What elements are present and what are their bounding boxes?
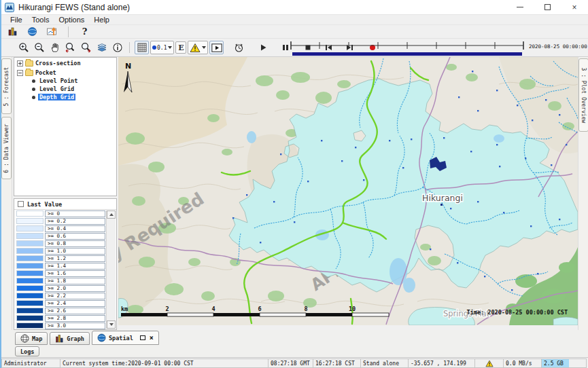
expand-icon[interactable]	[17, 60, 23, 67]
map-display-button[interactable]	[25, 25, 39, 39]
last-value-checkbox[interactable]	[18, 201, 24, 207]
bullet-icon	[32, 79, 35, 83]
legend-color-swatch	[16, 308, 44, 314]
legend-row-label: >= 1.2	[45, 255, 105, 262]
close-icon: ×	[572, 3, 576, 12]
play-button[interactable]	[256, 41, 270, 54]
zoom-previous-button[interactable]	[63, 41, 77, 54]
legend-scrollbar[interactable]	[106, 210, 116, 329]
map-canvas[interactable]: API Key Required	[118, 57, 578, 325]
document-tab-bar: Map Graph Spatial ×	[1, 330, 588, 345]
tab-map[interactable]: Map	[15, 332, 48, 345]
chevron-down-icon	[202, 46, 206, 49]
legend-color-swatch	[16, 218, 44, 224]
minimize-button[interactable]	[506, 0, 534, 14]
grid-display-button[interactable]	[135, 41, 149, 54]
legend-row-label: >= 2.0	[45, 285, 105, 292]
movie-export-button[interactable]	[209, 41, 224, 54]
tree-leaf[interactable]: Level Grid	[14, 85, 116, 93]
legend-color-swatch	[16, 293, 44, 299]
status-coordinates: -35.657 , 174.199	[408, 358, 474, 368]
maximize-button[interactable]	[534, 0, 561, 14]
tree-leaf[interactable]: Level Point	[14, 77, 116, 85]
tree-node-pocket[interactable]: Pocket	[14, 69, 116, 77]
main-area: 5 : Forecast 6 : Data Viewer 3 : Plot Ov…	[1, 57, 588, 330]
status-gmt-time: 08:27:18 GMT	[268, 358, 313, 368]
svg-text:2: 2	[165, 306, 169, 312]
legend-row: >= 1.6	[16, 270, 105, 277]
zoom-in-button[interactable]	[16, 41, 31, 54]
bullet-icon	[32, 88, 35, 91]
pan-button[interactable]	[48, 41, 62, 54]
arrow-up-icon	[109, 213, 114, 216]
tab-data-viewer[interactable]: 6 : Data Viewer	[1, 117, 12, 179]
legend-row: >= 2.6	[16, 308, 105, 314]
legend-color-swatch	[16, 315, 44, 321]
status-warning[interactable]	[474, 358, 503, 368]
menu-options[interactable]: Options	[54, 16, 89, 24]
arrow-down-icon	[109, 323, 114, 326]
warning-icon	[190, 43, 201, 53]
contour-value-label: 0.1	[157, 45, 167, 51]
legend-row: >= 0.4	[16, 225, 105, 232]
svg-text:8: 8	[304, 306, 307, 312]
legend-color-swatch	[16, 270, 44, 276]
legend-table: >= 0 >= 0.2 >= 0.4 >= 0.6	[16, 210, 105, 329]
wire-globe-icon	[20, 334, 29, 343]
legend-row: >= 0.2	[16, 218, 105, 225]
animation-clock-icon	[233, 42, 245, 54]
status-mode: Stand alone	[360, 358, 408, 368]
menu-help[interactable]: Help	[89, 16, 114, 24]
tab-maximize-icon[interactable]	[140, 335, 145, 340]
scroll-up-button[interactable]	[107, 210, 116, 219]
legend-row-label: >= 2.4	[45, 300, 105, 307]
help-button[interactable]: ?	[77, 25, 92, 39]
legend-color-swatch	[16, 233, 44, 239]
toolbar-separator	[68, 26, 69, 37]
menu-file[interactable]: File	[5, 16, 27, 24]
tab-spatial[interactable]: Spatial ×	[92, 331, 159, 345]
tree-node-cross-section[interactable]: Cross-section	[14, 59, 116, 67]
scroll-down-button[interactable]	[107, 320, 116, 329]
bar-chart-icon	[55, 334, 64, 343]
legend-color-swatch	[16, 263, 44, 269]
info-button[interactable]	[110, 41, 124, 54]
svg-text:10: 10	[349, 306, 356, 312]
bullet-icon	[32, 96, 35, 99]
time-slider[interactable]	[290, 40, 525, 57]
collapse-icon[interactable]	[17, 70, 23, 76]
legend-row: >= 0.8	[16, 240, 105, 247]
menu-tools[interactable]: Tools	[27, 16, 54, 24]
legend-row-label: >= 0.6	[45, 233, 105, 240]
zoom-next-button[interactable]	[79, 41, 93, 54]
zoom-out-button[interactable]	[32, 41, 46, 54]
close-button[interactable]: ×	[561, 0, 588, 14]
animation-settings-button[interactable]	[232, 41, 246, 54]
left-tab-strip: 5 : Forecast 6 : Data Viewer	[1, 57, 12, 330]
tab-plot-overview[interactable]: 3 : Plot Overview	[578, 58, 588, 132]
warnings-dropdown[interactable]	[188, 41, 208, 54]
spatial-display-button[interactable]	[45, 25, 59, 39]
tab-forecast[interactable]: 5 : Forecast	[1, 58, 12, 114]
map-viewport[interactable]: API Key Required	[118, 57, 578, 325]
app-logo-icon	[5, 3, 14, 12]
legend-row-label: >= 0.4	[45, 225, 105, 232]
tab-graph[interactable]: Graph	[50, 332, 90, 345]
contour-classes-dropdown[interactable]: 0.1	[150, 41, 174, 54]
legend-color-swatch	[16, 240, 44, 246]
svg-text:km: km	[121, 306, 128, 312]
tree-leaf[interactable]: Depth Grid	[14, 93, 116, 101]
legend-row: >= 1.4	[16, 263, 105, 270]
logs-panel-button[interactable]	[5, 25, 20, 39]
play-icon	[258, 43, 268, 52]
logs-tab[interactable]: Logs	[15, 346, 39, 356]
maximize-icon	[544, 4, 551, 10]
tab-close-icon[interactable]: ×	[150, 334, 154, 342]
legend-row-label: >= 0.8	[45, 240, 105, 247]
legend-toggle-button[interactable]: E	[175, 41, 186, 54]
layers-button[interactable]	[94, 41, 109, 54]
legend-row-label: >= 0.2	[45, 218, 105, 225]
svg-text:6: 6	[258, 306, 261, 312]
legend-row: >= 0	[16, 210, 105, 217]
status-download-speed: 0.0 MB/s	[503, 358, 541, 368]
